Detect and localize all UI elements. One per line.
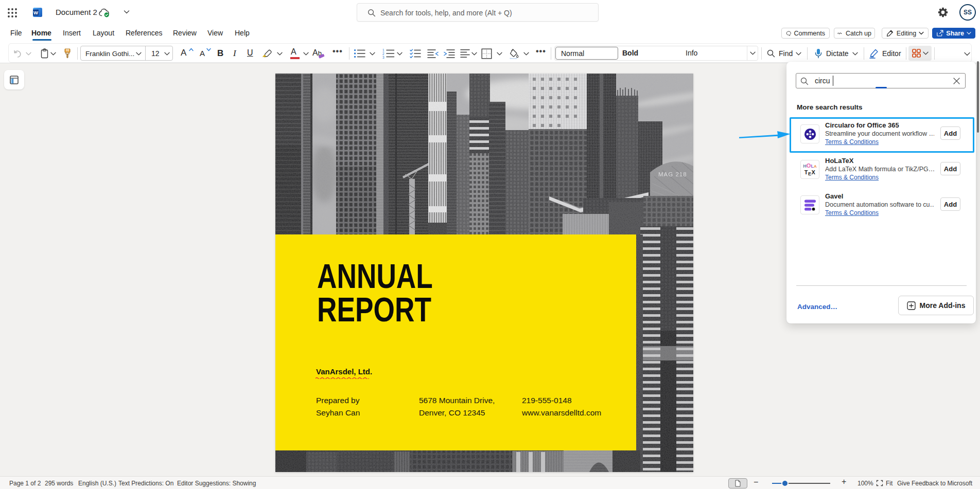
svg-text:W: W	[33, 10, 38, 15]
svg-text:3: 3	[382, 56, 384, 59]
svg-text:2: 2	[382, 52, 384, 56]
svg-text:1: 1	[382, 48, 384, 52]
